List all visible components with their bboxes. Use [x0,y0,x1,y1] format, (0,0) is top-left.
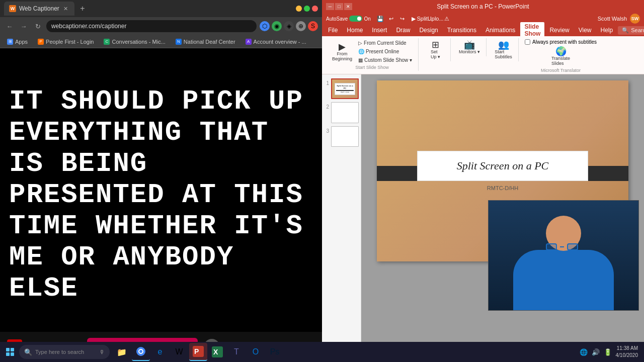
active-tab[interactable]: W Web Captioner ✕ [4,2,74,16]
slide-thumb-wrapper-3: 3 [324,126,359,147]
translate-label: TranslateSlides [551,56,570,66]
menu-design[interactable]: Design [415,26,442,35]
address-bar: ← → ↻ ⬡ ◉ ◈ ⊕ S [0,17,322,35]
glass-right [567,243,578,250]
back-button[interactable]: ← [4,21,15,32]
bookmark-apps[interactable]: ⊞ Apps [4,38,31,46]
slide-thumb-3[interactable] [331,126,359,147]
upload-button[interactable]: Uplo... [431,14,440,23]
new-tab-button[interactable]: + [76,3,89,15]
slide-main-area: Split Screen on a PC RMTC-D/HH [361,74,644,351]
ppt-minimize[interactable]: ─ [326,3,334,10]
taskbar-file-explorer[interactable]: 📁 [113,343,131,361]
thumb1-title: Split Screen on a PC [336,84,354,89]
tray-icon-sound[interactable]: 🔊 [592,348,600,356]
search-icon: 🔍 [622,27,629,34]
close-button[interactable] [312,6,318,12]
start-button[interactable] [2,344,18,360]
menu-draw[interactable]: Draw [392,26,414,35]
ppt-maximize[interactable]: □ [335,3,343,10]
captioner-content: IT SHOULD PICK UP EVERYTHING THAT IS BEI… [0,48,322,332]
ribbon-start-subtitles[interactable]: 👥 StartSubtitles [493,39,514,60]
tray-date: 4/10/2020 [616,352,638,359]
bookmark-account[interactable]: A Account overview - ... [243,38,309,46]
slide-subtitle: RMTC-D/HH [487,185,518,191]
taskbar-photoshop[interactable]: Ps [266,343,284,361]
address-input[interactable] [46,20,257,32]
menu-help[interactable]: Help [597,26,617,35]
menu-animations[interactable]: Animations [481,26,519,35]
profile-icon[interactable]: S [308,21,318,31]
slide-thumb-2[interactable] [331,102,359,123]
taskbar-excel[interactable]: X [208,343,226,361]
taskbar-chrome[interactable] [132,343,150,361]
custom-slideshow-icon: ▦ [358,57,363,63]
svg-text:X: X [213,348,218,356]
extension-icon-4[interactable]: ⊕ [296,21,306,31]
slide-thumb-wrapper-2: 2 [324,102,359,123]
taskbar-search[interactable]: 🔍 Type here to search 🎙 [19,345,110,359]
extension-icon-2[interactable]: ◉ [272,21,282,31]
bookmark-favicon-account: A [246,39,252,45]
forward-button[interactable]: → [18,21,29,32]
bookmark-favicon-people: P [38,39,44,45]
browser-icons: ⬡ ◉ ◈ ⊕ S [260,21,318,31]
bookmark-people-label: People First - Login [46,39,94,45]
redo-button[interactable]: ↪ [398,14,407,23]
from-beginning-icon: ▶ [339,42,346,51]
slide-thumb-wrapper-1: 1 Split Screen on a PC RMTC-D/HH [324,78,359,99]
slide-thumb-3-content [332,127,358,146]
menu-review[interactable]: Review [545,26,573,35]
ribbon-setup[interactable]: ⊞ SetUp ▾ [426,39,446,60]
extension-icon-3[interactable]: ◈ [284,21,294,31]
menu-file[interactable]: File [324,26,342,35]
ribbon-monitors[interactable]: 📺 Monitors ▾ [457,39,482,55]
ppt-close[interactable]: ✕ [344,3,352,10]
taskbar-powerpoint[interactable]: P [189,343,207,361]
undo-button[interactable]: ↩ [387,14,396,23]
subtitles-icon: 👥 [498,40,509,49]
slide-thumb-1[interactable]: Split Screen on a PC RMTC-D/HH [331,78,359,99]
svg-point-2 [139,350,142,353]
extension-icon-1[interactable]: ⬡ [260,21,270,31]
refresh-button[interactable]: ↻ [32,21,43,32]
tab-close-button[interactable]: ✕ [62,5,69,12]
taskbar-outlook[interactable]: O [247,343,265,361]
minimize-button[interactable] [296,6,302,12]
menu-insert[interactable]: Insert [368,26,391,35]
user-avatar[interactable]: SW [630,14,640,24]
person-body [513,250,614,310]
taskbar-teams[interactable]: T [227,343,246,361]
tab-title: Web Captioner [19,5,59,12]
taskbar-edge[interactable]: e [151,343,169,361]
menu-transitions[interactable]: Transitions [443,26,480,35]
microphone-icon[interactable]: 🎙 [99,349,105,355]
tray-icon-network[interactable]: 🌐 [580,348,588,356]
svg-text:P: P [194,347,199,355]
save-button[interactable]: 💾 [376,14,385,23]
menu-view[interactable]: View [575,26,596,35]
thumb1-bar [336,90,354,91]
always-present-checkbox[interactable] [525,39,530,45]
ribbon-present-online[interactable]: 🌐 Present Online [356,48,414,55]
ribbon-search[interactable]: 🔍 Search [618,26,644,35]
ribbon-from-beginning[interactable]: ▶ FromBeginning [330,41,354,62]
taskbar-word[interactable]: W [170,343,188,361]
ppt-titlebar: ─ □ ✕ Split Screen on a PC - PowerPoint [322,0,644,13]
autosave-toggle[interactable] [349,16,362,22]
ribbon-from-current[interactable]: ▷ From Current Slide [356,39,414,47]
tray-time-area[interactable]: 11:38 AM 4/10/2020 [616,345,638,359]
slide-title: Split Screen on a PC [433,159,573,172]
tray-icon-battery[interactable]: 🔋 [604,348,612,356]
bookmark-ndc[interactable]: N National Deaf Center [173,38,238,46]
ribbon-translate-slides[interactable]: 🌍 TranslateSlides [549,46,572,67]
present-online-icon: 🌐 [358,49,364,54]
bookmark-conversations[interactable]: C Conversations - Mic... [101,38,168,46]
maximize-button[interactable] [304,6,310,12]
menu-bar: File Home Insert Draw Design Transitions… [322,24,644,36]
slide-panel: 1 Split Screen on a PC RMTC-D/HH 2 [322,74,361,351]
menu-home[interactable]: Home [343,26,367,35]
ribbon-custom-slideshow[interactable]: ▦ Custom Slide Show ▾ [356,56,414,64]
bookmark-people-login[interactable]: P People First - Login [35,38,97,46]
slideshow-group-label: Start Slide Show [355,65,389,70]
